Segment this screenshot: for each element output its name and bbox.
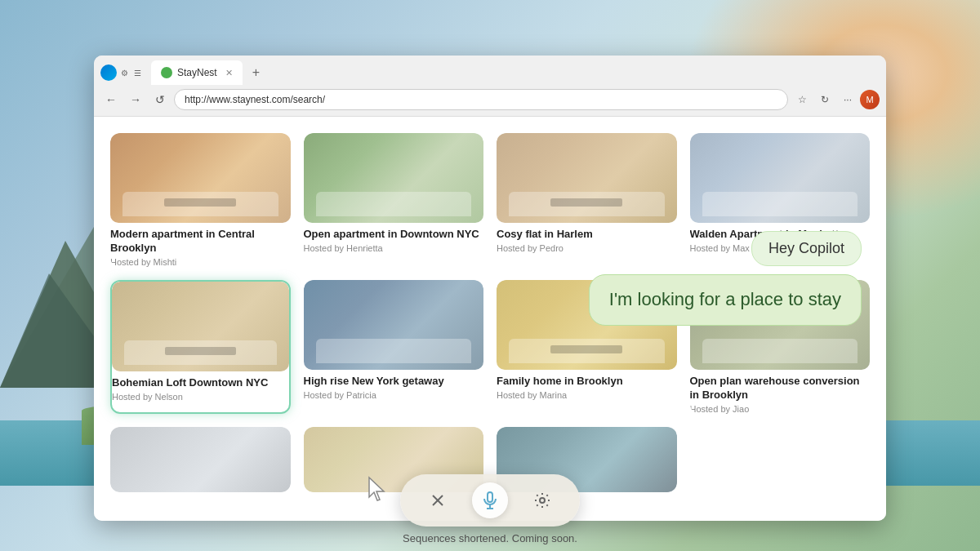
listing-host: Hosted by Henrietta — [304, 243, 484, 253]
listing-title: Open plan warehouse conversion in Brookl… — [690, 375, 871, 402]
tab-bar: ⚙ ☰ StayNest ✕ + — [94, 56, 886, 85]
room-illustration — [112, 282, 289, 371]
listing-card-highrise-ny[interactable]: High rise New York getaway Hosted by Pat… — [304, 280, 484, 414]
browser-window: ⚙ ☰ StayNest ✕ + ← → ↺ ☆ ↻ ··· M — [94, 56, 886, 521]
copilot-toolbar — [400, 474, 580, 527]
listing-title: Family home in Brooklyn — [497, 375, 677, 389]
listing-host: Hosted by Jiao — [690, 404, 871, 414]
address-bar[interactable] — [174, 89, 788, 110]
refresh-button[interactable]: ↺ — [149, 89, 171, 110]
listing-image — [110, 427, 291, 492]
gear-icon — [533, 491, 551, 509]
tab-favicon — [161, 67, 172, 78]
listing-image — [304, 133, 484, 223]
refresh-icon-button[interactable]: ↻ — [814, 89, 835, 110]
listing-title: Bohemian Loft Downtown NYC — [112, 376, 289, 390]
extensions-button[interactable]: ⚙ — [118, 67, 130, 78]
new-tab-button[interactable]: + — [246, 62, 266, 83]
status-message: Sequences shortened. Coming soon. — [403, 532, 577, 544]
listing-image — [112, 282, 289, 371]
listing-card-modern-brooklyn[interactable]: Modern apartment in Central Brooklyn Hos… — [110, 133, 291, 267]
tab-title: StayNest — [177, 67, 217, 78]
browser-controls: ⚙ ☰ — [100, 64, 143, 81]
listing-host: Hosted by Marina — [497, 390, 677, 400]
forward-button[interactable]: → — [125, 89, 146, 110]
room-illustration — [304, 133, 484, 223]
listing-card-bohemian-loft[interactable]: Bohemian Loft Downtown NYC Hosted by Nel… — [110, 280, 291, 414]
copilot-message-text: I'm looking for a place to stay — [609, 289, 841, 309]
copilot-greeting-bubble: Hey Copilot — [751, 231, 862, 266]
copilot-bubbles: Hey Copilot I'm looking for a place to s… — [589, 231, 862, 326]
status-text: Sequences shortened. Coming soon. — [403, 532, 577, 544]
browser-chrome: ⚙ ☰ StayNest ✕ + ← → ↺ ☆ ↻ ··· M — [94, 56, 886, 117]
listing-image — [690, 133, 871, 223]
collections-button[interactable]: ☰ — [131, 67, 143, 78]
toolbar-icons: ☆ ↻ ··· M — [791, 89, 880, 110]
room-illustration — [110, 133, 291, 223]
listing-card-bottom-1[interactable] — [110, 427, 291, 492]
room-illustration — [497, 133, 677, 223]
svg-rect-6 — [488, 492, 492, 502]
room-illustration — [304, 280, 484, 370]
address-bar-row: ← → ↺ ☆ ↻ ··· M — [94, 85, 886, 116]
tab-close-button[interactable]: ✕ — [225, 68, 233, 78]
close-copilot-button[interactable] — [420, 482, 456, 518]
favorites-button[interactable]: ☆ — [791, 89, 813, 110]
listing-card-open-downtown[interactable]: Open apartment in Downtown NYC Hosted by… — [304, 133, 484, 267]
back-button[interactable]: ← — [100, 89, 122, 110]
listing-host: Hosted by Nelson — [112, 392, 289, 402]
listing-image — [304, 280, 484, 370]
listing-title: High rise New York getaway — [304, 375, 484, 389]
copilot-message-bubble: I'm looking for a place to stay — [589, 274, 862, 326]
listing-host: Hosted by Mishti — [110, 257, 291, 267]
listing-host: Hosted by Patricia — [304, 390, 484, 400]
svg-point-9 — [540, 498, 545, 503]
listing-title: Modern apartment in Central Brooklyn — [110, 228, 291, 256]
page-content: Modern apartment in Central Brooklyn Hos… — [94, 117, 886, 521]
listing-image — [110, 133, 291, 223]
microphone-icon — [480, 491, 500, 510]
listing-title: Open apartment in Downtown NYC — [304, 228, 484, 242]
microphone-button[interactable] — [472, 482, 508, 518]
edge-browser-icon — [100, 64, 117, 81]
profile-avatar[interactable]: M — [860, 90, 880, 109]
listing-image — [497, 133, 677, 223]
more-button[interactable]: ··· — [837, 89, 858, 110]
room-illustration — [690, 133, 871, 223]
settings-button[interactable] — [524, 482, 560, 518]
close-icon — [429, 491, 447, 509]
active-tab[interactable]: StayNest ✕ — [151, 60, 243, 85]
room-illustration — [110, 427, 291, 492]
copilot-greeting-text: Hey Copilot — [768, 240, 844, 256]
